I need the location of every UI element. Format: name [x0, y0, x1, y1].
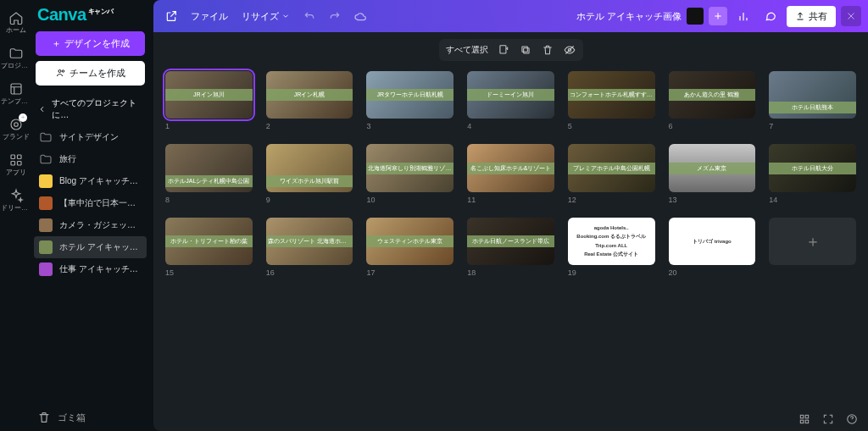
rail-item-folder[interactable]: プロジェク… — [0, 41, 32, 75]
rail-label: ホーム — [6, 27, 26, 34]
hide-button[interactable] — [563, 43, 576, 57]
trash-icon — [542, 44, 554, 56]
rail-item-sparkle[interactable]: ドリームラ… — [0, 183, 32, 217]
delete-button[interactable] — [541, 43, 554, 57]
undo-button[interactable] — [298, 5, 320, 27]
rail-item-apps[interactable]: アプリ — [0, 147, 32, 181]
sidebar-item[interactable]: 仕事 アイキャッチ画像 — [34, 258, 147, 280]
duplicate-button[interactable] — [519, 43, 532, 57]
page-index: 15 — [165, 268, 253, 277]
resize-menu[interactable]: リサイズ — [236, 10, 295, 23]
page-thumbnail[interactable]: ホテルJALシティ札幌中島公園 — [165, 144, 253, 191]
page-cell: JRタワーホテル日航札幌 3 — [366, 71, 453, 130]
add-collaborator-button[interactable]: ＋ — [709, 7, 727, 25]
page-thumbnail[interactable]: コンフォートホテル札幌すすきの — [568, 71, 655, 119]
fullscreen-button[interactable] — [821, 412, 836, 427]
svg-rect-10 — [523, 48, 528, 53]
home-icon — [8, 10, 24, 25]
create-team-button[interactable]: チームを作成 — [36, 61, 145, 86]
page-thumbnail[interactable]: メズム東京 — [669, 144, 756, 191]
page-title-band: JRイン札幌 — [266, 89, 353, 101]
brand-logo[interactable]: Canvaキャンバ — [36, 5, 145, 26]
add-page-button[interactable] — [497, 43, 510, 57]
page-index: 7 — [769, 122, 856, 130]
page-thumbnail[interactable]: agoda Hotels..Booking.com るるぶトラベルTrip.co… — [568, 218, 655, 265]
sidebar-item[interactable]: 旅行 — [34, 148, 147, 170]
page-thumbnail[interactable]: ドーミーイン旭川 — [467, 71, 554, 119]
svg-point-8 — [62, 69, 64, 72]
rail-item-home[interactable]: ホーム — [0, 5, 32, 39]
apps-icon — [8, 152, 24, 168]
sidebar-item[interactable]: サイトデザイン — [34, 126, 147, 148]
page-thumbnail[interactable]: JRイン札幌 — [266, 71, 353, 119]
page-cell: ホテル日航大分 14 — [769, 144, 856, 203]
trash-icon — [37, 411, 51, 424]
create-design-button[interactable]: ＋ デザインを作成 — [36, 31, 145, 56]
select-all-button[interactable]: すべて選択 — [446, 44, 488, 56]
svg-rect-13 — [800, 415, 804, 418]
page-cell: メズム東京 13 — [669, 144, 756, 203]
user-avatar[interactable] — [687, 8, 704, 25]
page-title-band: ホテル日航大分 — [769, 163, 856, 174]
page-thumbnail[interactable]: あかん遊久の里 鶴雅 — [669, 71, 756, 119]
brand-sup: キャンバ — [88, 8, 114, 15]
page-thumbnail[interactable]: JRイン旭川 — [165, 71, 253, 119]
file-menu[interactable]: ファイル — [186, 10, 233, 23]
svg-rect-0 — [11, 84, 21, 94]
svg-rect-15 — [800, 420, 804, 423]
cloud-sync-button[interactable] — [349, 5, 371, 27]
design-title-input[interactable] — [571, 11, 682, 21]
page-thumbnail[interactable]: 名こぶし知床ホテル&リゾート — [467, 144, 554, 191]
svg-rect-16 — [805, 420, 809, 423]
folder-icon — [8, 46, 24, 61]
expand-icon — [822, 413, 834, 425]
help-button[interactable] — [844, 412, 860, 427]
rail-item-template[interactable]: テンプレー… — [0, 76, 32, 110]
sidebar-item[interactable]: カメラ・ガジェット アイ… — [34, 214, 147, 236]
sidebar-item-label: サイトデザイン — [59, 131, 119, 143]
sidebar-item-label: カメラ・ガジェット アイ… — [59, 219, 142, 231]
svg-rect-14 — [805, 415, 809, 418]
grid-view-button[interactable] — [797, 412, 812, 427]
chevron-left-icon — [37, 104, 47, 114]
rail-badge: + — [19, 113, 27, 122]
page-thumbnail[interactable]: ワイズホテル旭川駅前 — [266, 144, 353, 191]
back-to-projects[interactable]: すべてのプロジェクトに… — [32, 92, 148, 126]
sidebar-item[interactable]: 【車中泊で日本一周ひと… — [34, 192, 147, 214]
open-external-button[interactable] — [160, 5, 182, 27]
page-thumbnail[interactable]: ホテル日航大分 — [769, 144, 856, 191]
folder-icon — [39, 130, 53, 144]
page-cell: ホテル・トリフィート柏の葉 15 — [165, 218, 253, 277]
sidebar-item[interactable]: Blog アイキャッチ画像 — [34, 170, 147, 192]
pages-grid-wrapper: JRイン旭川 1 JRイン札幌 2 JRタワーホテル日航札幌 3 — [153, 61, 868, 407]
design-thumb — [39, 196, 53, 210]
page-title-band: メズム東京 — [669, 163, 756, 174]
analytics-button[interactable] — [732, 5, 754, 27]
sidebar-item-label: ホテル アイキャッチ画像 — [59, 241, 142, 253]
sidebar-item[interactable]: ホテル アイキャッチ画像 — [34, 236, 147, 258]
page-title-band: コンフォートホテル札幌すすきの — [568, 89, 655, 101]
page-thumbnail[interactable]: ウェスティンホテル東京 — [366, 218, 453, 265]
page-thumbnail[interactable]: JRタワーホテル日航札幌 — [366, 71, 453, 119]
folder-icon — [39, 152, 53, 166]
comment-button[interactable] — [760, 5, 782, 27]
comment-icon — [764, 9, 777, 23]
trash[interactable]: ゴミ箱 — [32, 404, 148, 431]
sidebar-item-label: 【車中泊で日本一周ひと… — [59, 197, 142, 209]
share-button[interactable]: 共有 — [787, 6, 836, 27]
page-thumbnail[interactable]: 北海道阿寒しり別湖鶴雅リゾート — [366, 144, 453, 191]
svg-point-7 — [58, 69, 61, 72]
rail-label: ドリームラ… — [1, 205, 31, 212]
page-thumbnail[interactable]: ホテル日航ノースランド帯広 — [467, 218, 554, 265]
page-thumbnail[interactable]: 森のスパリゾート 北海道ホテル — [266, 218, 353, 265]
page-thumbnail[interactable]: プレミアホテル中島公園札幌 — [568, 144, 655, 191]
page-thumbnail[interactable]: ホテル日航熊本 — [769, 71, 856, 119]
add-page-card[interactable]: ＋ — [769, 218, 856, 265]
page-title-band: 北海道阿寒しり別湖鶴雅リゾート — [366, 163, 453, 174]
page-thumbnail[interactable]: ホテル・トリフィート柏の葉 — [165, 218, 253, 265]
close-button[interactable] — [841, 6, 861, 26]
page-thumbnail[interactable]: トリバゴ trivago — [669, 218, 756, 265]
page-index: 12 — [568, 196, 655, 204]
redo-button[interactable] — [324, 5, 346, 27]
rail-item-brand[interactable]: + ブランド — [0, 112, 32, 146]
